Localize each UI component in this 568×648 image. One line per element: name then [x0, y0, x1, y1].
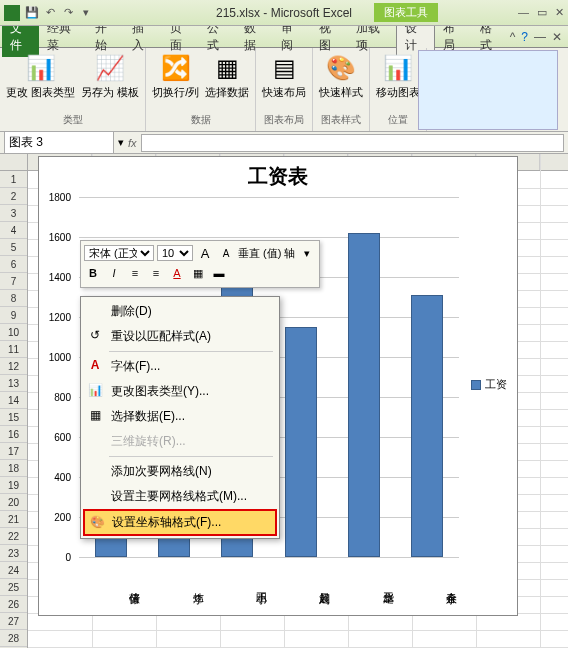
x-tick: 金永春	[396, 559, 459, 609]
save-template-button[interactable]: 📈另存为 模板	[81, 52, 139, 99]
qat-dropdown-icon[interactable]: ▾	[78, 5, 94, 21]
style-thumbnails[interactable]	[418, 50, 558, 130]
row-header[interactable]: 7	[0, 273, 27, 290]
template-icon: 📈	[94, 52, 126, 84]
font-icon: A	[87, 357, 103, 373]
font-select[interactable]: 宋体 (正文)	[84, 245, 154, 261]
save-icon[interactable]: 💾	[24, 5, 40, 21]
row-header[interactable]: 9	[0, 307, 27, 324]
menu-select-data[interactable]: ▦选择数据(E)...	[83, 404, 277, 429]
align-button[interactable]: ≡	[126, 264, 144, 282]
change-chart-type-button[interactable]: 📊更改 图表类型	[6, 52, 75, 99]
menu-delete[interactable]: 删除(D)	[83, 299, 277, 324]
undo-icon[interactable]: ↶	[42, 5, 58, 21]
menu-font[interactable]: A字体(F)...	[83, 354, 277, 379]
row-header[interactable]: 14	[0, 392, 27, 409]
name-box[interactable]: 图表 3	[4, 131, 114, 154]
excel-icon	[4, 5, 20, 21]
maximize-icon[interactable]: ▭	[537, 6, 547, 19]
group-name-pos: 位置	[388, 113, 408, 127]
switch-rowcol-button[interactable]: 🔀切换行/列	[152, 52, 199, 99]
group-name-type: 类型	[63, 113, 83, 127]
row-header[interactable]: 19	[0, 477, 27, 494]
row-header[interactable]: 16	[0, 426, 27, 443]
row-header[interactable]: 23	[0, 545, 27, 562]
y-tick: 1400	[49, 272, 71, 283]
legend-swatch	[471, 380, 481, 390]
switch-icon: 🔀	[160, 52, 192, 84]
chart-bar[interactable]	[348, 233, 380, 557]
font-color-button[interactable]: A	[168, 264, 186, 282]
bold-button[interactable]: B	[84, 264, 102, 282]
x-tick: 王小明	[206, 559, 269, 609]
row-header[interactable]: 2	[0, 188, 27, 205]
menu-major-gridlines-format[interactable]: 设置主要网格线格式(M)...	[83, 484, 277, 509]
dropdown-icon[interactable]: ▾	[298, 244, 316, 262]
row-header[interactable]: 3	[0, 205, 27, 222]
chart-legend[interactable]: 工资	[471, 377, 507, 392]
align2-button[interactable]: ≡	[147, 264, 165, 282]
menu-reset-style[interactable]: ↺重设以匹配样式(A)	[83, 324, 277, 349]
minimize-ribbon-icon[interactable]: ^	[510, 30, 516, 44]
legend-label: 工资	[485, 377, 507, 392]
italic-button[interactable]: I	[105, 264, 123, 282]
row-header[interactable]: 15	[0, 409, 27, 426]
quick-style-button[interactable]: 🎨快速样式	[319, 52, 363, 99]
fx-icon[interactable]: fx	[124, 137, 141, 149]
chart-bar[interactable]	[411, 295, 443, 557]
x-tick: 赵玉华	[332, 559, 395, 609]
row-header[interactable]: 18	[0, 460, 27, 477]
move-chart-button[interactable]: 📊移动图表	[376, 52, 420, 99]
row-header[interactable]: 1	[0, 171, 27, 188]
chart-bar[interactable]	[285, 327, 317, 557]
size-select[interactable]: 10	[157, 245, 193, 261]
redo-icon[interactable]: ↷	[60, 5, 76, 21]
fill-button[interactable]: ▬	[210, 264, 228, 282]
row-header[interactable]: 27	[0, 613, 27, 630]
help-icon[interactable]: ?	[521, 30, 528, 44]
menu-separator	[109, 456, 273, 457]
row-header[interactable]: 6	[0, 256, 27, 273]
menu-change-chart-type[interactable]: 📊更改图表类型(Y)...	[83, 379, 277, 404]
y-tick: 600	[54, 432, 71, 443]
ribbon: 📊更改 图表类型 📈另存为 模板 类型 🔀切换行/列 ▦选择数据 数据 ▤快速布…	[0, 48, 568, 132]
select-data-button[interactable]: ▦选择数据	[205, 52, 249, 99]
chart-title[interactable]: 工资表	[39, 163, 517, 190]
row-header[interactable]: 12	[0, 358, 27, 375]
row-header[interactable]: 10	[0, 324, 27, 341]
row-header[interactable]: 26	[0, 596, 27, 613]
x-tick: 李炜	[142, 559, 205, 609]
row-header[interactable]: 24	[0, 562, 27, 579]
row-header[interactable]: 25	[0, 579, 27, 596]
row-header[interactable]: 22	[0, 528, 27, 545]
group-name-data: 数据	[191, 113, 211, 127]
chart-x-axis[interactable]: 张倩倩李炜王小明刘晨超赵玉华金永春	[79, 559, 459, 609]
menu-format-axis[interactable]: 🎨设置坐标轴格式(F)...	[83, 509, 277, 536]
grow-font-icon[interactable]: A	[196, 244, 214, 262]
formula-bar[interactable]	[141, 134, 564, 152]
row-headers[interactable]: 1234567891011121314151617181920212223242…	[0, 154, 28, 648]
shrink-font-icon[interactable]: A	[217, 244, 235, 262]
mini-toolbar: 宋体 (正文) 10 A A 垂直 (值) 轴 ▾ B I ≡ ≡ A ▦ ▬	[80, 240, 320, 288]
row-header[interactable]: 28	[0, 630, 27, 647]
row-header[interactable]: 4	[0, 222, 27, 239]
close-icon[interactable]: ✕	[555, 6, 564, 19]
doc-min-icon[interactable]: —	[534, 30, 546, 44]
doc-close-icon[interactable]: ✕	[552, 30, 562, 44]
row-header[interactable]: 20	[0, 494, 27, 511]
chart-y-axis[interactable]: 020040060080010001200140016001800	[39, 197, 75, 557]
quick-layout-button[interactable]: ▤快速布局	[262, 52, 306, 99]
menu-add-minor-gridlines[interactable]: 添加次要网格线(N)	[83, 459, 277, 484]
row-header[interactable]: 17	[0, 443, 27, 460]
row-header[interactable]: 11	[0, 341, 27, 358]
border-button[interactable]: ▦	[189, 264, 207, 282]
row-header[interactable]: 21	[0, 511, 27, 528]
row-header[interactable]: 13	[0, 375, 27, 392]
row-header[interactable]: 5	[0, 239, 27, 256]
row-header[interactable]: 8	[0, 290, 27, 307]
ribbon-group-layout: ▤快速布局 图表布局	[256, 48, 313, 131]
minimize-icon[interactable]: —	[518, 6, 529, 19]
group-name-layout: 图表布局	[264, 113, 304, 127]
chart-type-icon: 📊	[25, 52, 57, 84]
ribbon-tabs: 文件 经典菜 开始 插入 页面 公式 数据 审阅 视图 加载项 设计 布局 格式…	[0, 26, 568, 48]
